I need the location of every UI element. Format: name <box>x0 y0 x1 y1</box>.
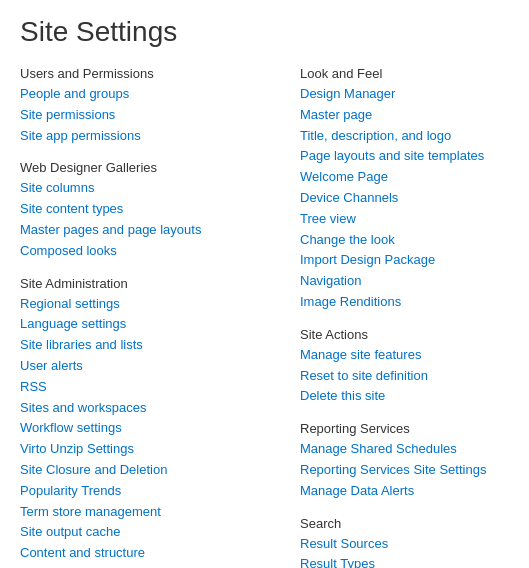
link-sites-and-workspaces[interactable]: Sites and workspaces <box>20 398 290 419</box>
section-title-site-actions: Site Actions <box>300 327 509 342</box>
settings-columns: Users and PermissionsPeople and groupsSi… <box>20 66 509 568</box>
link-user-alerts[interactable]: User alerts <box>20 356 290 377</box>
link-navigation[interactable]: Navigation <box>300 271 509 292</box>
link-master-pages-and-page-layouts[interactable]: Master pages and page layouts <box>20 220 290 241</box>
section-web-designer-galleries: Web Designer GalleriesSite columnsSite c… <box>20 160 290 261</box>
section-title-users-permissions: Users and Permissions <box>20 66 290 81</box>
link-welcome-page[interactable]: Welcome Page <box>300 167 509 188</box>
link-regional-settings[interactable]: Regional settings <box>20 294 290 315</box>
section-title-web-designer-galleries: Web Designer Galleries <box>20 160 290 175</box>
left-column: Users and PermissionsPeople and groupsSi… <box>20 66 300 568</box>
right-column: Look and FeelDesign ManagerMaster pageTi… <box>300 66 509 568</box>
link-title,-description,-and-logo[interactable]: Title, description, and logo <box>300 126 509 147</box>
section-site-administration: Site AdministrationRegional settingsLang… <box>20 276 290 568</box>
section-title-site-administration: Site Administration <box>20 276 290 291</box>
section-title-look-and-feel: Look and Feel <box>300 66 509 81</box>
link-manage-shared-schedules[interactable]: Manage Shared Schedules <box>300 439 509 460</box>
page-title: Site Settings <box>20 16 509 48</box>
section-search: SearchResult SourcesResult TypesQuery Ru… <box>300 516 509 568</box>
link-language-settings[interactable]: Language settings <box>20 314 290 335</box>
link-content-and-structure-logs[interactable]: Content and structure logs <box>20 564 290 568</box>
link-manage-site-features[interactable]: Manage site features <box>300 345 509 366</box>
section-look-and-feel: Look and FeelDesign ManagerMaster pageTi… <box>300 66 509 313</box>
link-change-the-look[interactable]: Change the look <box>300 230 509 251</box>
link-site-closure-and-deletion[interactable]: Site Closure and Deletion <box>20 460 290 481</box>
link-term-store-management[interactable]: Term store management <box>20 502 290 523</box>
link-device-channels[interactable]: Device Channels <box>300 188 509 209</box>
link-image-renditions[interactable]: Image Renditions <box>300 292 509 313</box>
link-manage-data-alerts[interactable]: Manage Data Alerts <box>300 481 509 502</box>
link-tree-view[interactable]: Tree view <box>300 209 509 230</box>
section-users-permissions: Users and PermissionsPeople and groupsSi… <box>20 66 290 146</box>
link-site-output-cache[interactable]: Site output cache <box>20 522 290 543</box>
section-site-actions: Site ActionsManage site featuresReset to… <box>300 327 509 407</box>
section-title-search: Search <box>300 516 509 531</box>
link-reset-to-site-definition[interactable]: Reset to site definition <box>300 366 509 387</box>
link-composed-looks[interactable]: Composed looks <box>20 241 290 262</box>
link-people-and-groups[interactable]: People and groups <box>20 84 290 105</box>
section-reporting-services: Reporting ServicesManage Shared Schedule… <box>300 421 509 501</box>
link-workflow-settings[interactable]: Workflow settings <box>20 418 290 439</box>
link-reporting-services-site-settings[interactable]: Reporting Services Site Settings <box>300 460 509 481</box>
link-result-types[interactable]: Result Types <box>300 554 509 568</box>
link-site-libraries-and-lists[interactable]: Site libraries and lists <box>20 335 290 356</box>
link-result-sources[interactable]: Result Sources <box>300 534 509 555</box>
link-site-content-types[interactable]: Site content types <box>20 199 290 220</box>
link-page-layouts-and-site-templates[interactable]: Page layouts and site templates <box>300 146 509 167</box>
link-import-design-package[interactable]: Import Design Package <box>300 250 509 271</box>
link-design-manager[interactable]: Design Manager <box>300 84 509 105</box>
link-site-permissions[interactable]: Site permissions <box>20 105 290 126</box>
link-virto-unzip-settings[interactable]: Virto Unzip Settings <box>20 439 290 460</box>
link-popularity-trends[interactable]: Popularity Trends <box>20 481 290 502</box>
link-site-columns[interactable]: Site columns <box>20 178 290 199</box>
link-delete-this-site[interactable]: Delete this site <box>300 386 509 407</box>
link-master-page[interactable]: Master page <box>300 105 509 126</box>
link-site-app-permissions[interactable]: Site app permissions <box>20 126 290 147</box>
link-content-and-structure[interactable]: Content and structure <box>20 543 290 564</box>
link-rss[interactable]: RSS <box>20 377 290 398</box>
section-title-reporting-services: Reporting Services <box>300 421 509 436</box>
